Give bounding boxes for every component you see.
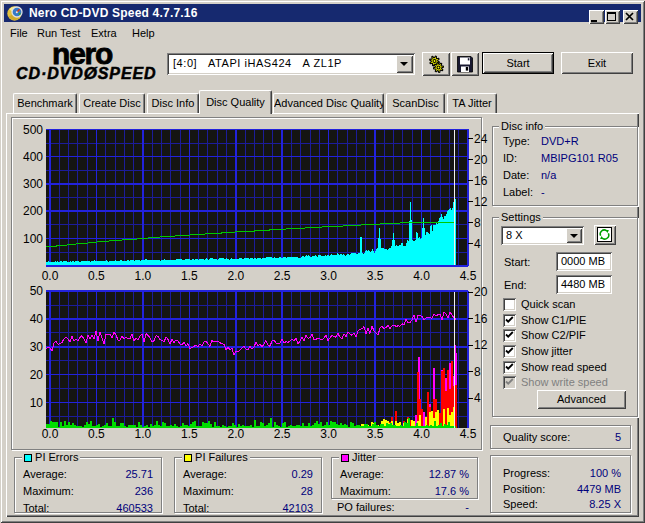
- svg-text:30: 30: [30, 340, 44, 354]
- svg-text:4.5: 4.5: [460, 427, 477, 441]
- svg-text:10: 10: [30, 396, 44, 410]
- svg-text:300: 300: [23, 177, 43, 191]
- svg-text:3.0: 3.0: [320, 427, 337, 441]
- svg-text:12: 12: [474, 338, 488, 352]
- svg-text:4: 4: [474, 237, 481, 251]
- svg-text:4.5: 4.5: [460, 269, 477, 283]
- svg-text:2.0: 2.0: [227, 269, 244, 283]
- svg-text:3.5: 3.5: [367, 269, 384, 283]
- svg-text:1.5: 1.5: [181, 269, 198, 283]
- svg-text:2.0: 2.0: [227, 427, 244, 441]
- svg-text:50: 50: [30, 284, 44, 298]
- svg-text:0.5: 0.5: [88, 269, 105, 283]
- svg-text:20: 20: [474, 285, 488, 299]
- svg-text:0.0: 0.0: [42, 427, 59, 441]
- svg-text:1.0: 1.0: [135, 427, 152, 441]
- svg-text:0.5: 0.5: [88, 427, 105, 441]
- svg-text:8: 8: [474, 365, 481, 379]
- svg-text:20: 20: [30, 368, 44, 382]
- svg-text:3.0: 3.0: [320, 269, 337, 283]
- svg-text:3.5: 3.5: [367, 427, 384, 441]
- svg-text:200: 200: [23, 204, 43, 218]
- svg-text:40: 40: [30, 312, 44, 326]
- svg-text:4.0: 4.0: [413, 269, 430, 283]
- svg-text:24: 24: [474, 132, 488, 146]
- svg-text:2.5: 2.5: [274, 427, 291, 441]
- svg-text:8: 8: [474, 216, 481, 230]
- svg-text:0.0: 0.0: [42, 269, 59, 283]
- svg-text:500: 500: [23, 123, 43, 137]
- svg-text:2.5: 2.5: [274, 269, 291, 283]
- svg-text:1.5: 1.5: [181, 427, 198, 441]
- svg-text:16: 16: [474, 312, 488, 326]
- svg-text:4.0: 4.0: [413, 427, 430, 441]
- svg-text:1.0: 1.0: [135, 269, 152, 283]
- svg-text:100: 100: [23, 232, 43, 246]
- svg-text:12: 12: [474, 195, 488, 209]
- svg-text:400: 400: [23, 150, 43, 164]
- svg-text:4: 4: [474, 391, 481, 405]
- svg-text:20: 20: [474, 153, 488, 167]
- svg-text:16: 16: [474, 174, 488, 188]
